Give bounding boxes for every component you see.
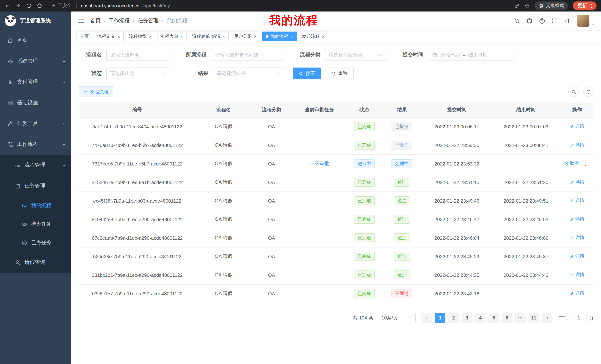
browser-forward-icon[interactable] xyxy=(15,3,21,9)
close-icon[interactable] xyxy=(117,35,120,38)
page-button-1[interactable]: 1 xyxy=(435,313,445,323)
submit-time-range-picker[interactable]: 开始日期 - 结束日期 xyxy=(428,49,513,61)
page-button-6[interactable]: 6 xyxy=(502,313,512,323)
page-button-2[interactable]: 2 xyxy=(448,313,459,323)
prev-page-button[interactable] xyxy=(421,313,432,323)
detail-link[interactable]: 详情 xyxy=(570,123,584,130)
tab-process-form[interactable]: 流程表单 xyxy=(157,31,187,41)
browser-back-icon[interactable] xyxy=(4,3,10,9)
security-chip[interactable]: 不安全 xyxy=(51,3,72,9)
process-definition-input[interactable] xyxy=(211,49,283,61)
result-select[interactable]: 请选择流结果 xyxy=(213,67,285,79)
sidebar-item-payment[interactable]: 支付管理 xyxy=(0,72,71,92)
help-icon[interactable] xyxy=(539,18,545,24)
category-select[interactable]: 请选择流程分类 xyxy=(325,49,386,61)
sidebar-item-todo-task[interactable]: 待办任务 xyxy=(0,215,71,233)
tab-start-process[interactable]: 发起流程 xyxy=(299,31,328,41)
user-menu[interactable] xyxy=(577,14,595,27)
breadcrumb-item[interactable]: 首页 xyxy=(90,18,101,24)
goto-page-input[interactable] xyxy=(571,313,587,323)
tab-my-process[interactable]: 我的流程 xyxy=(262,31,297,41)
refresh-table-icon[interactable] xyxy=(583,86,594,97)
detail-link[interactable]: 详情 xyxy=(570,272,584,278)
tab-process-definition[interactable]: 流程定义 xyxy=(94,31,124,41)
toggle-search-icon[interactable] xyxy=(568,86,579,97)
page-button-4[interactable]: 4 xyxy=(475,313,485,323)
sidebar-item-infra[interactable]: 基础设施 xyxy=(0,92,71,113)
sidebar-item-home[interactable]: 首页 xyxy=(0,30,71,51)
github-icon[interactable] xyxy=(526,18,533,24)
close-icon[interactable] xyxy=(222,35,225,38)
status-select[interactable]: 请选择状态 xyxy=(106,67,171,79)
detail-link[interactable]: 详情 xyxy=(570,179,584,185)
row-submit-time: 2022-01-22 23:46:47 xyxy=(422,210,491,229)
row-category: OA xyxy=(251,284,291,303)
avatar[interactable] xyxy=(577,14,590,27)
browser-home-icon[interactable] xyxy=(37,3,42,9)
search-icon[interactable] xyxy=(514,18,520,24)
create-process-button[interactable]: 发起流程 xyxy=(79,86,113,97)
detail-link[interactable]: 详情 xyxy=(570,216,584,222)
page-button-11[interactable]: 11 xyxy=(529,313,539,323)
sidebar-item-system[interactable]: 系统管理 xyxy=(0,51,71,72)
detail-link[interactable]: 详情 xyxy=(570,253,584,259)
security-label: 不安全 xyxy=(58,3,72,9)
close-icon[interactable] xyxy=(149,35,152,38)
font-size-icon[interactable] xyxy=(564,18,571,24)
address-bar[interactable]: 不安全 dashboard.yudao.iocoder.cn/bpm/task/… xyxy=(48,1,509,10)
tab-user-group[interactable]: 用户分组 xyxy=(231,31,260,41)
tab-process-form-edit[interactable]: 流程表单-编辑 xyxy=(189,31,229,41)
detail-link[interactable]: 详情 xyxy=(570,235,584,241)
close-icon[interactable] xyxy=(254,35,257,38)
breadcrumb-item[interactable]: 工作流程 xyxy=(109,18,130,24)
more-pages-button[interactable]: ··· xyxy=(515,313,526,323)
row-id: 2152467e-7b9b-11ec-9a1b-acde48001122 xyxy=(79,173,196,192)
page-button-5[interactable]: 5 xyxy=(489,313,499,323)
tab-process-model[interactable]: 流程模型 xyxy=(126,31,155,41)
sidebar-item-workflow[interactable]: 工作流程 xyxy=(0,134,71,155)
pencil-icon xyxy=(570,254,574,259)
detail-link[interactable]: 详情 xyxy=(570,290,584,297)
browser-reload-icon[interactable] xyxy=(26,3,31,9)
breadcrumb-separator: / xyxy=(162,18,163,24)
filter-form: 流程名 所属流程 流程分类 请选择流程分类 xyxy=(79,49,594,79)
sidebar-item-leave-query[interactable]: 请假查询 xyxy=(0,252,71,273)
breadcrumb-item[interactable]: 任务管理 xyxy=(138,18,159,24)
sidebar-item-process-mgmt[interactable]: 流程管理 xyxy=(0,155,71,175)
tab-home[interactable]: 首页 xyxy=(77,31,92,41)
my-process-page: 流程名 所属流程 流程分类 请选择流程分类 xyxy=(71,43,601,364)
cancel-link[interactable]: 取消 xyxy=(564,161,579,167)
more-menu-icon[interactable] xyxy=(589,3,594,8)
close-icon[interactable] xyxy=(322,35,325,38)
row-current-task xyxy=(291,266,347,284)
row-category: OA xyxy=(251,266,291,284)
sidebar-item-task-mgmt[interactable]: 任务管理 xyxy=(0,175,71,196)
next-page-button[interactable] xyxy=(542,313,552,323)
sidebar-item-devtools[interactable]: 研发工具 xyxy=(0,113,71,134)
page-size-select[interactable]: 10条/页 xyxy=(378,313,416,323)
column-header: 操作 xyxy=(561,102,594,117)
close-icon[interactable] xyxy=(290,35,293,38)
search-button[interactable]: 搜索 xyxy=(293,67,321,79)
process-name-input[interactable] xyxy=(106,49,169,61)
result-badge: 通过 xyxy=(394,270,410,279)
close-icon[interactable] xyxy=(180,35,183,38)
sidebar-item-done-task[interactable]: 已办任务 xyxy=(0,233,71,252)
detail-link[interactable]: 详情 xyxy=(570,198,584,204)
reset-button[interactable]: 重置 xyxy=(325,67,354,79)
row-current-task xyxy=(291,229,347,247)
current-task-link[interactable]: 一级审批 xyxy=(310,161,329,166)
app-logo[interactable]: 芋道管理系统 xyxy=(0,11,71,30)
row-id: 7317cec6-7b9b-11ec-b5b7-acde48001122 xyxy=(79,154,196,173)
key-icon[interactable] xyxy=(514,3,520,8)
browser-update-button[interactable]: 更新 xyxy=(573,1,597,10)
eye-icon xyxy=(21,221,27,227)
bookmark-star-icon[interactable] xyxy=(524,3,530,8)
incognito-label: 无痕模式 xyxy=(546,3,564,9)
sidebar-item-my-process[interactable]: 我的流程 xyxy=(0,196,71,215)
hamburger-icon[interactable] xyxy=(77,17,84,24)
row-id: 3ad174fb-7b9d-11ec-8404-acde48001122 xyxy=(79,117,196,136)
page-button-3[interactable]: 3 xyxy=(462,313,472,323)
fullscreen-icon[interactable] xyxy=(551,18,558,24)
detail-link[interactable]: 详情 xyxy=(570,142,584,148)
